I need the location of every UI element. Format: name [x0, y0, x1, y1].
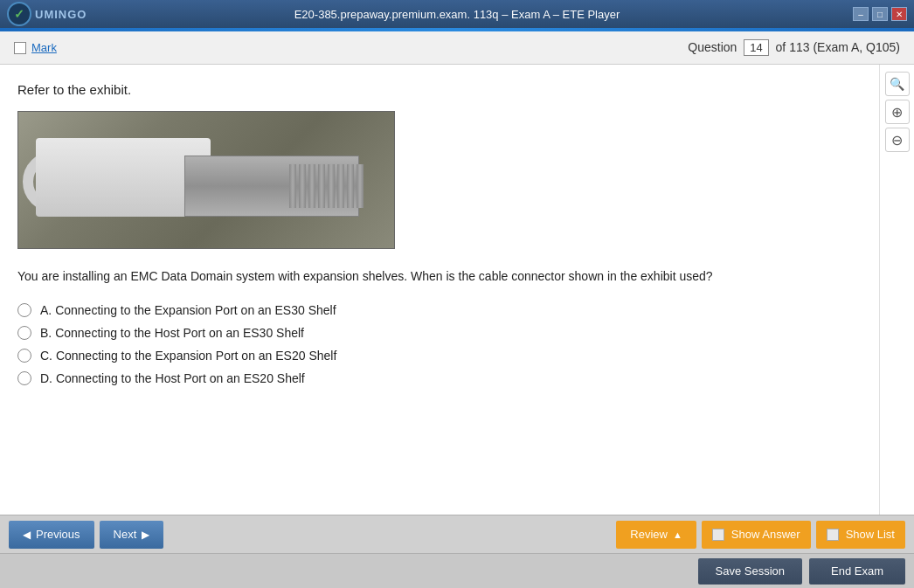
show-answer-label: Show Answer [731, 528, 800, 541]
option-b[interactable]: B. Connecting to the Host Port on an ES3… [17, 326, 862, 340]
ridge-4 [318, 164, 325, 208]
title-bar-controls: – □ ✕ [853, 7, 907, 21]
search-icon: 🔍 [890, 77, 904, 91]
exhibit-image [17, 111, 395, 249]
save-session-label: Save Session [716, 564, 786, 578]
mark-checkbox-input[interactable] [14, 42, 26, 54]
ridge-8 [357, 164, 364, 208]
question-text: You are installing an EMC Data Domain sy… [17, 266, 862, 286]
next-button[interactable]: Next ▶ [100, 521, 164, 549]
logo: ✓ UMINGO [7, 2, 87, 26]
question-area: Refer to the exhibit. You ar [0, 65, 879, 515]
option-b-radio[interactable] [17, 326, 31, 340]
zoom-in-button[interactable]: ⊕ [885, 100, 910, 124]
options-list: A. Connecting to the Expansion Port on a… [17, 303, 862, 385]
question-info: Question 14 of 113 (Exam A, Q105) [688, 39, 900, 56]
main-content: Refer to the exhibit. You ar [0, 65, 914, 515]
minimize-button[interactable]: – [853, 7, 869, 21]
show-list-label: Show List [846, 528, 895, 541]
bottom-action-row: Save Session End Exam [0, 553, 914, 588]
logo-icon: ✓ [7, 2, 31, 26]
question-label: Question [688, 40, 737, 54]
ridge-1 [289, 164, 296, 208]
ridge-5 [328, 164, 335, 208]
zoom-in-icon: ⊕ [891, 104, 903, 121]
option-c-label: C. Connecting to the Expansion Port on a… [40, 349, 336, 363]
ridge-2 [299, 164, 306, 208]
zoom-out-icon: ⊖ [891, 132, 903, 149]
question-number-box: 14 [744, 39, 768, 56]
mark-label[interactable]: Mark [31, 41, 57, 54]
previous-button[interactable]: ◀ Previous [9, 521, 94, 549]
review-label: Review [630, 528, 668, 541]
show-list-checkbox-icon [827, 529, 839, 541]
zoom-out-button[interactable]: ⊖ [885, 128, 910, 152]
show-answer-checkbox-icon [712, 529, 724, 541]
option-c[interactable]: C. Connecting to the Expansion Port on a… [17, 349, 862, 363]
end-exam-label: End Exam [831, 564, 883, 578]
logo-check-icon: ✓ [14, 7, 24, 21]
bottom-toolbar: ◀ Previous Next ▶ Review ▲ Show Answer S… [0, 515, 914, 553]
show-answer-button[interactable]: Show Answer [702, 521, 811, 549]
previous-arrow-icon: ◀ [23, 529, 31, 541]
option-d-label: D. Connecting to the Host Port on an ES2… [40, 371, 305, 385]
option-c-radio[interactable] [17, 349, 31, 363]
option-a-radio[interactable] [17, 303, 31, 317]
option-d[interactable]: D. Connecting to the Host Port on an ES2… [17, 371, 862, 385]
save-session-button[interactable]: Save Session [698, 558, 803, 585]
ridge-3 [308, 164, 315, 208]
option-a[interactable]: A. Connecting to the Expansion Port on a… [17, 303, 862, 317]
exhibit-background [18, 112, 394, 248]
window-title: E20-385.prepaway.premium.exam. 113q – Ex… [294, 8, 620, 21]
header-row: Mark Question 14 of 113 (Exam A, Q105) [0, 31, 914, 65]
previous-label: Previous [36, 528, 80, 541]
next-arrow-icon: ▶ [142, 529, 149, 541]
option-b-label: B. Connecting to the Host Port on an ES3… [40, 326, 304, 340]
option-a-label: A. Connecting to the Expansion Port on a… [40, 303, 336, 317]
ridge-7 [347, 164, 354, 208]
option-d-radio[interactable] [17, 371, 31, 385]
refer-text: Refer to the exhibit. [17, 82, 862, 97]
logo-text: UMINGO [35, 8, 87, 21]
review-dropdown-icon: ▲ [673, 529, 682, 540]
right-sidebar: 🔍 ⊕ ⊖ [879, 65, 914, 515]
question-of-text: of 113 (Exam A, Q105 [776, 40, 897, 54]
next-label: Next [114, 528, 137, 541]
title-bar: ✓ UMINGO E20-385.prepaway.premium.exam. … [0, 0, 914, 28]
show-list-button[interactable]: Show List [816, 521, 905, 549]
close-button[interactable]: ✕ [891, 7, 907, 21]
title-bar-left: ✓ UMINGO [7, 2, 87, 26]
search-icon-button[interactable]: 🔍 [885, 72, 910, 96]
end-exam-button[interactable]: End Exam [809, 558, 905, 585]
review-button[interactable]: Review ▲ [616, 521, 696, 549]
ridge-6 [337, 164, 344, 208]
mark-checkbox[interactable]: Mark [14, 41, 57, 54]
connector-ridges [289, 164, 377, 208]
maximize-button[interactable]: □ [872, 7, 888, 21]
